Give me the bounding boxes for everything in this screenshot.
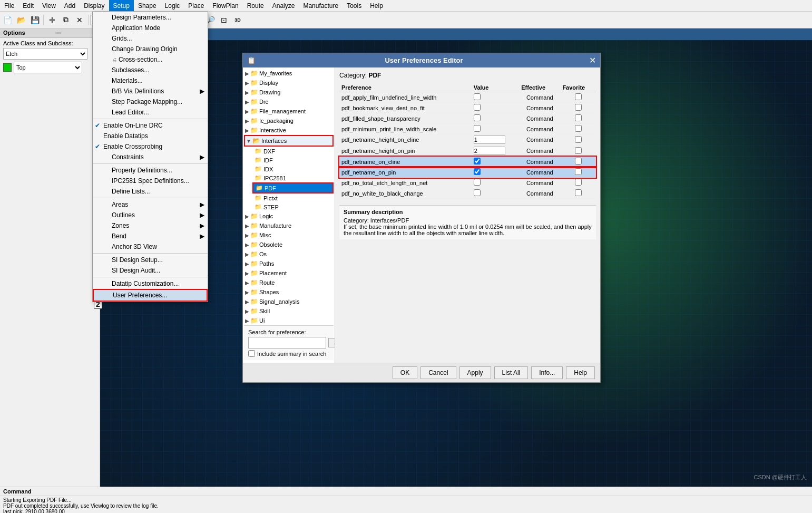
tree-dxf[interactable]: 📁DXF (252, 147, 334, 156)
pref-fav-cb-2[interactable] (575, 104, 582, 111)
pref-name-2: pdf_bookmark_view_dest_no_fit (339, 103, 472, 113)
tree-idx[interactable]: 📁IDX (252, 164, 334, 173)
pref-name-4: pdf_minimum_print_line_width_scale (339, 124, 472, 134)
tree-manufacture[interactable]: ▶📁Manufacture (244, 221, 334, 230)
pref-fav-8[interactable] (560, 167, 596, 178)
tree-misc[interactable]: ▶📁Misc (244, 230, 334, 240)
dialog-body: ▶📁My_favorites ▶📁Display ▶📁Drawing ▶📁Drc… (243, 67, 600, 363)
pref-fav-cb-4[interactable] (575, 125, 582, 132)
pref-cb-9[interactable] (474, 179, 481, 186)
pref-fav-3[interactable] (560, 113, 596, 124)
pref-name-9: pdf_no_total_etch_length_on_net (339, 178, 472, 188)
tree-ui[interactable]: ▶📁Ui (244, 316, 334, 325)
pref-value-1[interactable] (472, 92, 519, 103)
pref-name-3: pdf_filled_shape_transparency (339, 113, 472, 124)
tree-pdf[interactable]: 📁PDF (252, 182, 334, 193)
pref-cb-8[interactable] (474, 168, 481, 175)
pref-cb-1[interactable] (474, 93, 481, 100)
col-value: Value (472, 83, 519, 92)
pref-fav-4[interactable] (560, 124, 596, 134)
search-input[interactable] (248, 337, 326, 349)
pref-value-8[interactable] (472, 167, 519, 178)
cancel-button[interactable]: Cancel (420, 366, 456, 379)
ok-button[interactable]: OK (393, 366, 417, 379)
pref-row-9: pdf_no_total_etch_length_on_net Command (339, 178, 596, 188)
pref-cb-3[interactable] (474, 114, 481, 121)
info-button[interactable]: Info... (531, 366, 563, 379)
tree-route[interactable]: ▶📁Route (244, 278, 334, 287)
tree-shapes[interactable]: ▶📁Shapes (244, 287, 334, 297)
user-preferences-dialog: 📋 User Preferences Editor ✕ ▶📁My_favorit… (242, 53, 601, 383)
tree-drc[interactable]: ▶📁Drc (244, 97, 334, 107)
pref-fav-cb-1[interactable] (575, 93, 582, 100)
pref-row-5: pdf_netname_height_on_cline Command (339, 134, 596, 146)
pref-name-6: pdf_netname_height_on_pin (339, 146, 472, 157)
pref-effective-5: Command (519, 134, 560, 146)
pref-cb-7[interactable] (474, 158, 481, 164)
pref-cb-2[interactable] (474, 104, 481, 111)
pref-fav-cb-6[interactable] (575, 147, 582, 154)
pref-value-4[interactable] (472, 124, 519, 134)
pref-fav-cb-7[interactable] (575, 158, 582, 164)
tree-skill[interactable]: ▶📁Skill (244, 306, 334, 316)
pref-fav-9[interactable] (560, 178, 596, 188)
tree-display[interactable]: ▶📁Display (244, 78, 334, 88)
dialog-tree: ▶📁My_favorites ▶📁Display ▶📁Drawing ▶📁Drc… (243, 67, 335, 363)
pref-value-5[interactable] (472, 134, 519, 146)
pref-fav-5[interactable] (560, 134, 596, 146)
pref-fav-6[interactable] (560, 146, 596, 157)
pref-cb-10[interactable] (474, 189, 481, 196)
pref-value-7[interactable] (472, 157, 519, 167)
pref-fav-cb-5[interactable] (575, 136, 582, 143)
tree-ipc2581[interactable]: 📁IPC2581 (252, 173, 334, 182)
pref-input-6[interactable] (474, 147, 505, 155)
tree-ic-packaging[interactable]: ▶📁Ic_packaging (244, 116, 334, 125)
tree-file-management[interactable]: ▶📁File_management (244, 107, 334, 116)
pref-effective-1: Command (519, 92, 560, 103)
tree-interactive[interactable]: ▶📁Interactive (244, 125, 334, 135)
dialog-title: User Preferences Editor (385, 56, 463, 64)
tree-logic[interactable]: ▶📁Logic (244, 211, 334, 221)
pref-name-8: pdf_netname_on_pin (339, 167, 472, 178)
pref-name-10: pdf_no_white_to_black_change (339, 188, 472, 199)
pref-value-9[interactable] (472, 178, 519, 188)
pref-cb-4[interactable] (474, 125, 481, 132)
pref-input-5[interactable] (474, 135, 505, 144)
tree-signal-analysis[interactable]: ▶📁Signal_analysis (244, 297, 334, 306)
category-value: PDF (368, 72, 381, 79)
tree-step[interactable]: 📁STEP (252, 202, 334, 211)
pref-fav-7[interactable] (560, 157, 596, 167)
pref-effective-8: Command (519, 167, 560, 178)
tree-plctxt[interactable]: 📁Plctxt (252, 193, 334, 202)
include-summary-checkbox[interactable] (248, 350, 255, 357)
pref-value-10[interactable] (472, 188, 519, 199)
help-button[interactable]: Help (566, 366, 595, 379)
summary-area: Summary description Category: Interfaces… (339, 205, 596, 239)
pref-effective-6: Command (519, 146, 560, 157)
tree-obsolete[interactable]: ▶📁Obsolete (244, 240, 334, 249)
pref-fav-cb-3[interactable] (575, 114, 582, 121)
pref-effective-4: Command (519, 124, 560, 134)
pref-value-3[interactable] (472, 113, 519, 124)
tree-interfaces-children: 📁DXF 📁IDF 📁IDX 📁IPC2581 📁PDF 📁Plctxt 📁ST… (244, 147, 334, 211)
tree-os[interactable]: ▶📁Os (244, 249, 334, 259)
dialog-close-btn[interactable]: ✕ (589, 55, 596, 65)
pref-fav-2[interactable] (560, 103, 596, 113)
tree-drawing[interactable]: ▶📁Drawing (244, 88, 334, 97)
pref-fav-cb-8[interactable] (575, 168, 582, 175)
pref-fav-cb-9[interactable] (575, 179, 582, 186)
pref-row-4: pdf_minimum_print_line_width_scale Comma… (339, 124, 596, 134)
tree-my-favorites[interactable]: ▶📁My_favorites (244, 69, 334, 78)
pref-fav-1[interactable] (560, 92, 596, 103)
pref-fav-cb-10[interactable] (575, 189, 582, 196)
tree-placement[interactable]: ▶📁Placement (244, 268, 334, 278)
tree-paths[interactable]: ▶📁Paths (244, 259, 334, 268)
apply-button[interactable]: Apply (459, 366, 491, 379)
search-button[interactable]: Search (328, 338, 335, 347)
pref-value-2[interactable] (472, 103, 519, 113)
list-all-button[interactable]: List All (494, 366, 529, 379)
tree-interfaces[interactable]: ▼📂Interfaces (244, 135, 334, 147)
pref-fav-10[interactable] (560, 188, 596, 199)
pref-value-6[interactable] (472, 146, 519, 157)
tree-idf[interactable]: 📁IDF (252, 156, 334, 164)
